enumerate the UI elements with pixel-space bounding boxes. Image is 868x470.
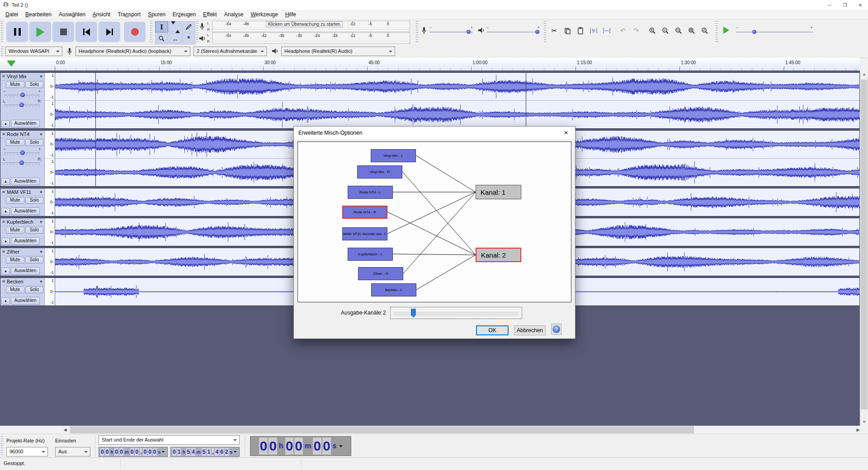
track-node-1[interactable]: Vinyl Mix - L — [371, 149, 416, 162]
play-speed-thumb[interactable] — [752, 30, 756, 34]
solo-button[interactable]: Solo — [25, 257, 44, 263]
track-node-6[interactable]: Kupferblech - L — [348, 248, 393, 261]
toolbar-grip[interactable] — [716, 21, 718, 43]
time-digit[interactable]: , — [140, 448, 142, 456]
redo-button[interactable]: ↷ — [630, 25, 642, 36]
toolbar-grip[interactable] — [544, 21, 547, 43]
track-node-5[interactable]: MAM VF11 Vocoder out - L — [342, 227, 387, 240]
select-track-button[interactable]: Auswählen — [11, 267, 40, 275]
select-track-button[interactable]: Auswählen — [11, 297, 40, 305]
waveform-canvas[interactable] — [55, 101, 860, 128]
zoom-toggle-button[interactable] — [699, 25, 711, 36]
toolbar-grip[interactable] — [1, 46, 4, 57]
chevron-down-icon[interactable] — [339, 445, 343, 447]
menu-item-transport[interactable]: Transport — [114, 10, 144, 19]
time-shift-tool-button[interactable]: ↔ — [169, 33, 182, 44]
playback-volume-thumb[interactable] — [535, 30, 539, 34]
audio-host-select[interactable]: Windows WASAPI — [5, 47, 62, 56]
dialog-title-bar[interactable]: Erweiterte Misch-Optionen ✕ — [294, 127, 575, 139]
vertical-ruler[interactable]: 10--1 — [45, 248, 55, 276]
time-digit[interactable]: 0 — [172, 448, 176, 456]
time-digit[interactable]: m — [125, 450, 129, 455]
vertical-ruler[interactable]: 10--110--1 — [45, 73, 55, 128]
recording-channels-select[interactable]: 2 (Stereo) Aufnahmekanäle — [193, 47, 267, 56]
track-menu-chevron-icon[interactable]: ▼ — [39, 280, 44, 284]
time-digit[interactable]: m — [197, 450, 201, 455]
mute-button[interactable]: Mute — [6, 81, 24, 88]
toolbar-grip[interactable] — [416, 21, 419, 43]
time-digit[interactable]: 5 — [186, 448, 190, 456]
collapse-track-button[interactable]: ▲ — [1, 178, 10, 185]
scroll-down-arrow[interactable]: ▼ — [860, 418, 868, 426]
time-digit[interactable]: , — [212, 448, 214, 456]
snap-select[interactable]: Aus — [55, 447, 90, 456]
track-control-panel[interactable]: ✕Zither▼MuteSolo▲Auswählen — [0, 248, 45, 276]
track-node-2[interactable]: Vinyl Mix - R — [357, 165, 402, 179]
toolbar-grip[interactable] — [1, 436, 4, 456]
audio-position-time[interactable]: 00h00m00s — [250, 436, 351, 456]
time-digit[interactable]: 0 — [153, 448, 157, 456]
undo-button[interactable]: ↶ — [617, 25, 629, 36]
play-button[interactable] — [29, 22, 51, 42]
multi-tool-button[interactable]: * — [182, 33, 195, 44]
vertical-scroll-thumb[interactable] — [861, 80, 868, 409]
cancel-button[interactable]: Abbrechen — [514, 325, 546, 335]
time-digit[interactable]: 1 — [177, 448, 181, 456]
selection-end-time[interactable]: 01h54m51,462s — [170, 447, 240, 457]
track-control-panel[interactable]: ✕Rode NT4▼MuteSolo−+LR▲Auswählen — [0, 131, 45, 186]
time-digit[interactable]: 0 — [322, 437, 331, 455]
collapse-track-button[interactable]: ▲ — [1, 208, 10, 215]
zoom-in-button[interactable] — [646, 25, 658, 36]
track-name[interactable]: Vinyl Mix — [7, 74, 39, 79]
time-digit[interactable]: 0 — [269, 437, 277, 455]
time-digit[interactable]: s — [230, 450, 233, 455]
pan-slider[interactable]: LR — [3, 157, 41, 166]
close-track-button[interactable]: ✕ — [0, 279, 7, 284]
track-control-panel[interactable]: ✕MAM VF11▼MuteSolo▲Auswählen — [0, 188, 45, 216]
track-control-panel[interactable]: ✕Kupferblech▼MuteSolo▲Auswählen — [0, 218, 45, 246]
menu-item-hilfe[interactable]: Hilfe — [282, 10, 300, 19]
ok-button[interactable]: OK — [476, 325, 509, 335]
paste-button[interactable] — [575, 25, 586, 36]
menu-item-datei[interactable]: Datei — [2, 10, 22, 19]
mute-button[interactable]: Mute — [6, 197, 24, 204]
channel-node-1[interactable]: Kanal: 1 — [476, 185, 521, 199]
recording-meter-strip[interactable]: -54-48-12-60 Klicken um Überwachung zu s… — [212, 21, 410, 32]
menu-item-analyse[interactable]: Analyse — [221, 10, 247, 19]
close-button[interactable]: ✕ — [853, 0, 868, 10]
track-menu-chevron-icon[interactable]: ▼ — [39, 250, 44, 254]
skip-to-start-button[interactable] — [75, 22, 97, 42]
silence-audio-button[interactable] — [601, 25, 613, 36]
skip-to-end-button[interactable] — [99, 22, 120, 42]
maximize-button[interactable]: ❐ — [837, 0, 853, 10]
vertical-ruler[interactable]: 10--1 — [45, 278, 55, 306]
time-digit[interactable]: h — [110, 450, 113, 455]
track-name[interactable]: Becken — [7, 279, 39, 284]
track-menu-chevron-icon[interactable]: ▼ — [39, 220, 44, 224]
solo-button[interactable]: Solo — [25, 81, 44, 88]
track-name[interactable]: Zither — [7, 249, 39, 254]
play-speed-slider[interactable]: −+ — [736, 26, 813, 34]
collapse-track-button[interactable]: ▲ — [1, 238, 10, 245]
playhead-pin-icon[interactable] — [7, 61, 15, 66]
time-digit[interactable]: 4 — [215, 448, 219, 456]
scroll-left-arrow[interactable]: ◀ — [61, 426, 69, 434]
chevron-down-icon[interactable] — [162, 451, 165, 453]
chevron-down-icon[interactable] — [234, 451, 236, 453]
menu-item-ansicht[interactable]: Ansicht — [89, 10, 114, 19]
pan-thumb[interactable] — [19, 160, 24, 165]
record-button[interactable] — [124, 22, 146, 42]
vertical-ruler[interactable]: 10--1 — [45, 218, 55, 246]
timeline-ruler[interactable]: 0:0015:0030:0045:001:00:001:15:001:30:00… — [0, 58, 860, 71]
recording-device-select[interactable]: Headphone (Realtek(R) Audio) (loopback) — [75, 47, 190, 56]
select-track-button[interactable]: Auswählen — [11, 237, 40, 245]
draw-tool-button[interactable] — [182, 21, 195, 33]
dialog-close-icon[interactable]: ✕ — [557, 127, 575, 139]
recording-volume-thumb[interactable] — [467, 30, 471, 34]
zoom-fit-button[interactable] — [686, 25, 698, 36]
help-button[interactable]: ? — [551, 324, 561, 335]
recording-volume-slider[interactable]: −+ — [429, 26, 473, 34]
close-track-button[interactable]: ✕ — [0, 249, 7, 254]
select-track-button[interactable]: Auswählen — [11, 178, 40, 185]
time-digit[interactable]: 2 — [225, 448, 229, 456]
